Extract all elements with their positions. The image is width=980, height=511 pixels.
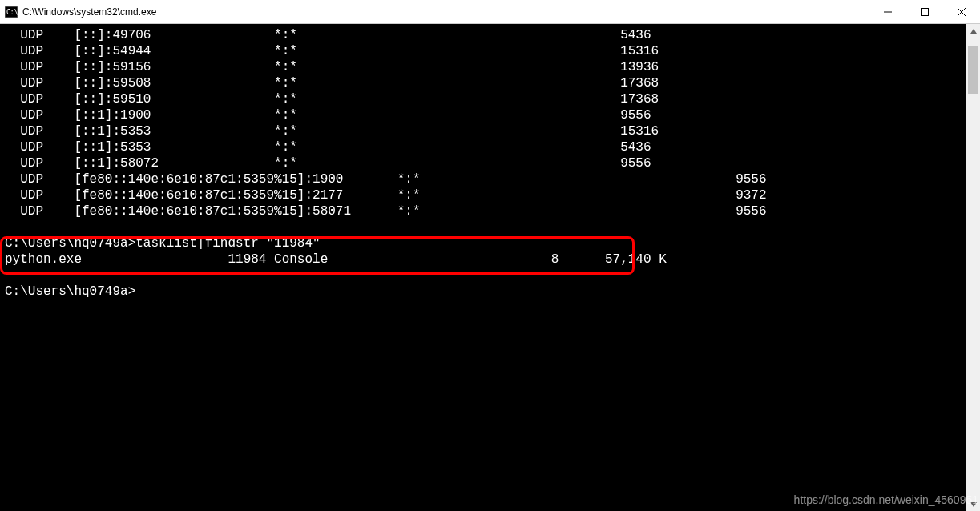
window-titlebar: C:\ C:\Windows\system32\cmd.exe: [0, 0, 980, 24]
scroll-thumb[interactable]: [968, 46, 978, 94]
watermark-text: https://blog.csdn.net/weixin_4560951: [794, 493, 978, 506]
maximize-button[interactable]: [906, 0, 943, 23]
svg-text:C:\: C:\: [6, 9, 18, 16]
minimize-button[interactable]: [869, 0, 906, 23]
svg-marker-6: [970, 29, 977, 34]
terminal-output[interactable]: UDP [::]:49706 *:* 5436 UDP [::]:54944 *…: [0, 24, 966, 511]
window-controls: [869, 0, 980, 23]
scrollbar[interactable]: [966, 24, 980, 511]
scroll-track[interactable]: [966, 38, 980, 497]
cmd-icon: C:\: [5, 6, 18, 18]
terminal-area[interactable]: UDP [::]:49706 *:* 5436 UDP [::]:54944 *…: [0, 24, 980, 511]
scroll-up-button[interactable]: [966, 24, 980, 38]
svg-rect-3: [922, 8, 929, 15]
window-title: C:\Windows\system32\cmd.exe: [22, 6, 869, 18]
close-button[interactable]: [943, 0, 980, 23]
